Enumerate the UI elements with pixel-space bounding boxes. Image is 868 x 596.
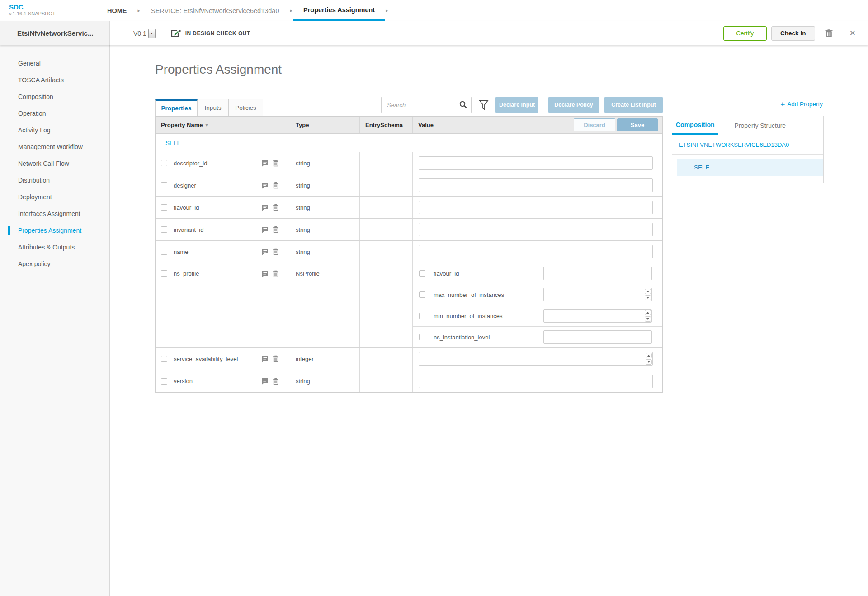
row-checkbox[interactable] <box>161 270 167 277</box>
number-spinner[interactable] <box>646 353 652 365</box>
sub-property-checkbox[interactable] <box>419 313 425 319</box>
column-header-property-name[interactable]: Property Name ▾ <box>156 117 290 133</box>
sidebar-item-deployment[interactable]: Deployment <box>0 189 109 206</box>
entry-schema-cell <box>359 370 412 392</box>
tab-policies[interactable]: Policies <box>229 99 263 116</box>
tab-composition[interactable]: Composition <box>672 116 718 135</box>
table-row: service_availability_level integer <box>156 348 662 370</box>
sidebar-item-properties-assignment[interactable]: Properties Assignment <box>0 222 109 239</box>
delete-property-icon[interactable] <box>273 248 279 255</box>
add-property-button[interactable]: +Add Property <box>672 100 823 109</box>
logo-version: v.1.16.1-SNAPSHOT <box>9 11 56 17</box>
delete-property-icon[interactable] <box>273 378 279 385</box>
delete-service-button[interactable] <box>825 29 833 38</box>
sidebar-item-network-call-flow[interactable]: Network Call Flow <box>0 155 109 172</box>
save-button[interactable]: Save <box>617 118 658 131</box>
sidebar-item-interfaces-assignment[interactable]: Interfaces Assignment <box>0 206 109 222</box>
delete-property-icon[interactable] <box>273 355 279 362</box>
row-checkbox[interactable] <box>161 226 167 233</box>
tab-inputs[interactable]: Inputs <box>198 99 229 116</box>
certify-button[interactable]: Certify <box>723 26 767 41</box>
self-group-link[interactable]: SELF <box>165 140 181 146</box>
delete-property-icon[interactable] <box>273 226 279 233</box>
breadcrumb-service[interactable]: SERVICE: EtsiNfvNetworkService6ed13da0 <box>141 0 289 21</box>
sidebar-item-distribution[interactable]: Distribution <box>0 172 109 189</box>
sidebar-item-apex-policy[interactable]: Apex policy <box>0 256 109 272</box>
sub-property-row: ns_instantiation_level <box>413 327 662 347</box>
declare-input-button[interactable]: Declare Input <box>495 97 538 113</box>
tab-property-structure[interactable]: Property Structure <box>731 116 790 135</box>
value-input[interactable] <box>419 201 653 214</box>
annotation-icon[interactable] <box>262 182 269 189</box>
filter-button[interactable] <box>478 99 490 111</box>
create-list-input-button[interactable]: Create List Input <box>604 97 663 113</box>
sidebar-item-attributes-outputs[interactable]: Attributes & Outputs <box>0 239 109 256</box>
value-input[interactable] <box>419 245 653 258</box>
sdc-logo: SDC v.1.16.1-SNAPSHOT <box>9 3 56 17</box>
annotation-icon[interactable] <box>262 226 269 233</box>
table-row: name string <box>156 241 662 263</box>
tab-properties[interactable]: Properties <box>155 99 198 116</box>
annotation-icon[interactable] <box>262 356 269 362</box>
version-label: V0.1 <box>133 30 146 37</box>
delete-property-icon[interactable] <box>273 204 279 211</box>
row-checkbox[interactable] <box>161 182 167 188</box>
discard-button[interactable]: Discard <box>574 118 615 131</box>
column-label: Type <box>296 122 309 128</box>
table-row: ns_profile NsProfile flavour_id max_numb… <box>156 263 662 348</box>
sidebar-item-composition[interactable]: Composition <box>0 89 109 105</box>
divider <box>538 305 538 326</box>
sub-property-checkbox[interactable] <box>419 334 425 340</box>
sub-property-checkbox[interactable] <box>419 291 425 298</box>
tree-connector <box>673 167 678 167</box>
value-input[interactable] <box>419 178 653 192</box>
self-node-item[interactable]: SELF <box>677 159 823 176</box>
number-spinner[interactable] <box>645 289 651 300</box>
checkin-button[interactable]: Check in <box>771 26 815 41</box>
sidebar-item-operation[interactable]: Operation <box>0 105 109 122</box>
declare-policy-button[interactable]: Declare Policy <box>548 97 599 113</box>
composition-node-link[interactable]: ETSINFVNETWORKSERVICE6ED13DA0 <box>672 135 823 155</box>
sidebar-item-general[interactable]: General <box>0 55 109 72</box>
close-button[interactable]: ✕ <box>849 29 856 37</box>
delete-property-icon[interactable] <box>273 160 279 167</box>
annotation-icon[interactable] <box>262 378 269 385</box>
row-checkbox[interactable] <box>161 378 167 385</box>
sub-value-input[interactable] <box>543 288 652 301</box>
value-input[interactable] <box>419 375 653 388</box>
delete-property-icon[interactable] <box>273 182 279 189</box>
sidebar-item-management-workflow[interactable]: Management Workflow <box>0 139 109 155</box>
number-spinner[interactable] <box>645 310 651 322</box>
row-checkbox[interactable] <box>161 204 167 211</box>
row-checkbox[interactable] <box>161 356 167 362</box>
entry-schema-cell <box>359 174 412 196</box>
search-input[interactable] <box>381 97 472 113</box>
divider <box>538 327 538 347</box>
value-input[interactable] <box>419 156 653 170</box>
column-header-type: Type <box>290 117 359 133</box>
sub-property-name: flavour_id <box>434 270 459 277</box>
annotation-icon[interactable] <box>262 204 269 211</box>
sidebar-item-activity-log[interactable]: Activity Log <box>0 122 109 139</box>
row-checkbox[interactable] <box>161 160 167 166</box>
sidebar-item-tosca-artifacts[interactable]: TOSCA Artifacts <box>0 72 109 89</box>
annotation-icon[interactable] <box>262 271 269 277</box>
annotation-icon[interactable] <box>262 160 269 167</box>
annotation-icon[interactable] <box>262 249 269 255</box>
value-input[interactable] <box>419 352 653 366</box>
version-dropdown[interactable]: ▾ <box>148 29 156 38</box>
entry-schema-cell <box>359 152 412 174</box>
sub-property-checkbox[interactable] <box>419 270 425 277</box>
property-type: string <box>290 370 359 392</box>
breadcrumb-properties-assignment[interactable]: Properties Assignment <box>293 0 385 21</box>
breadcrumb-home[interactable]: HOME <box>97 0 137 21</box>
sub-value-input[interactable] <box>543 330 652 344</box>
sub-value-input[interactable] <box>543 267 652 280</box>
value-input[interactable] <box>419 223 653 236</box>
divider <box>841 28 841 39</box>
row-checkbox[interactable] <box>161 249 167 255</box>
sub-property-row: flavour_id <box>413 263 662 284</box>
sub-value-input[interactable] <box>543 309 652 323</box>
delete-property-icon[interactable] <box>273 270 279 277</box>
breadcrumb-caret-icon: ▸ <box>385 0 389 21</box>
